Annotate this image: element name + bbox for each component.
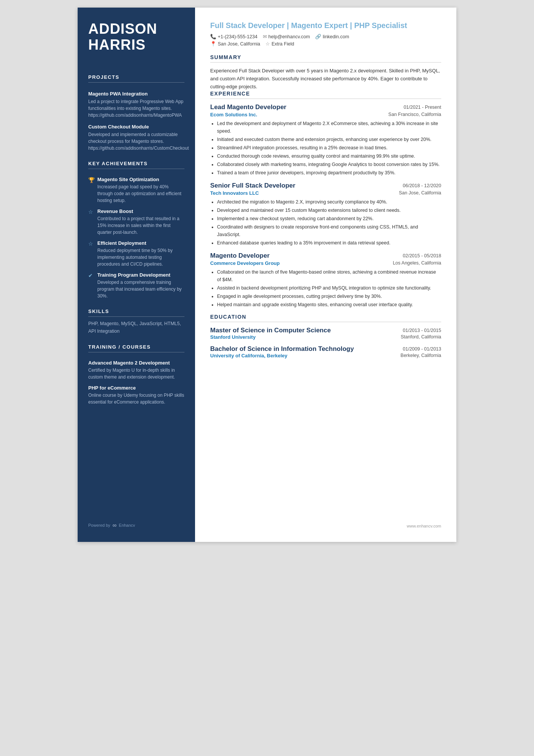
job-2: Senior Full Stack Developer 06/2018 - 12…: [210, 182, 441, 247]
phone-value: +1-(234)-555-1234: [218, 34, 258, 39]
course-2: PHP for eCommerce Online course by Udemy…: [88, 380, 184, 405]
main-footer: www.enhancv.com: [210, 516, 441, 528]
course-2-title: PHP for eCommerce: [88, 385, 184, 391]
job-3-company-row: Commerce Developers Group Los Angeles, C…: [210, 260, 441, 266]
job-1-location: San Francisco, California: [388, 112, 441, 117]
linkedin-value: linkedin.com: [323, 34, 349, 39]
bullet: Implemented a new checkout system, reduc…: [217, 215, 441, 222]
sidebar-footer: Powered by ∞ Enhancv: [88, 513, 184, 528]
star-icon: ☆: [265, 41, 270, 47]
course-1-desc: Certified by Magento U for in-depth skil…: [88, 367, 184, 380]
contact-row: 📞 +1-(234)-555-1234 ✉ help@enhancv.com 🔗…: [210, 34, 441, 39]
title-sep1: |: [287, 21, 291, 30]
phone-icon: 📞: [210, 34, 216, 39]
candidate-name: ADDISON HARRIS: [88, 21, 184, 53]
job-title-heading: Full Stack Developer | Magento Expert | …: [210, 21, 441, 30]
summary-section: SUMMARY Experienced Full Stack Developer…: [210, 54, 441, 91]
projects-section-title: PROJECTS: [88, 74, 184, 83]
bullet: Collaborated on the launch of five Magen…: [217, 268, 441, 283]
brand-name: Enhancv: [119, 523, 135, 527]
bullet: Engaged in agile development processes, …: [217, 293, 441, 300]
edu-1-dates: 01/2013 - 01/2015: [403, 328, 441, 333]
job-1-header: Lead Magento Developer 01/2021 - Present: [210, 103, 441, 111]
achievement-2: ☆ Revenue Boost Contributed to a project…: [88, 208, 184, 236]
edu-2-degree: Bachelor of Science in Information Techn…: [210, 345, 398, 353]
experience-section: EXPERIENCE Lead Magento Developer 01/202…: [210, 91, 441, 314]
checkmark-icon: ✔: [88, 272, 94, 279]
linkedin-item: 🔗 linkedin.com: [315, 34, 349, 39]
skills-section-title: SKILLS: [88, 308, 184, 317]
project-1-desc: Led a project to integrate Progressive W…: [88, 98, 184, 119]
project-2-desc: Developed and implemented a customizable…: [88, 131, 184, 152]
achievements-section-title: KEY ACHIEVEMENTS: [88, 161, 184, 169]
title-part2: Magento Expert: [291, 21, 348, 30]
location-value: San Jose, California: [218, 41, 260, 47]
main-header: Full Stack Developer | Magento Expert | …: [210, 21, 441, 54]
edu-2-school-row: University of California, Berkeley Berke…: [210, 353, 441, 358]
job-1: Lead Magento Developer 01/2021 - Present…: [210, 103, 441, 177]
training-section-title: TRAINING / COURSES: [88, 344, 184, 352]
job-3: Magento Developer 02/2015 - 05/2018 Comm…: [210, 252, 441, 308]
bullet: Architected the migration to Magento 2.X…: [217, 198, 441, 206]
achievement-3: ☆ Efficient Deployment Reduced deploymen…: [88, 240, 184, 268]
extra-value: Extra Field: [272, 41, 294, 47]
website-url: www.enhancv.com: [407, 524, 441, 528]
location-row: 📍 San Jose, California ☆ Extra Field: [210, 41, 441, 47]
course-1-title: Advanced Magento 2 Development: [88, 360, 184, 366]
summary-section-title: SUMMARY: [210, 54, 441, 63]
edu-1-degree: Master of Science in Computer Science: [210, 327, 398, 334]
bullet: Trained a team of three junior developer…: [217, 169, 441, 177]
achievement-4: ✔ Training Program Development Developed…: [88, 272, 184, 299]
achievement-4-desc: Developed a comprehensive training progr…: [97, 279, 184, 299]
title-part1: Full Stack Developer: [210, 21, 285, 30]
education-section: EDUCATION Master of Science in Computer …: [210, 314, 441, 364]
achievement-2-desc: Contributed to a project that resulted i…: [97, 215, 184, 236]
job-2-company: Tech Innovators LLC: [210, 190, 259, 196]
email-item: ✉ help@enhancv.com: [263, 34, 310, 39]
job-2-dates: 06/2018 - 12/2020: [403, 183, 441, 188]
location-icon: 📍: [210, 41, 216, 47]
edu-1-school-row: Stanford University Stanford, California: [210, 334, 441, 340]
achievement-1-desc: Increased page load speed by 40% through…: [97, 183, 184, 204]
main-content: Full Stack Developer | Magento Expert | …: [195, 8, 456, 542]
edu-1: Master of Science in Computer Science 01…: [210, 327, 441, 340]
edu-1-school: Stanford University: [210, 334, 256, 340]
job-3-header: Magento Developer 02/2015 - 05/2018: [210, 252, 441, 260]
edu-2-header: Bachelor of Science in Information Techn…: [210, 345, 441, 353]
bullet: Assisted in backend development prioriti…: [217, 284, 441, 292]
powered-by-label: Powered by: [88, 523, 110, 527]
bullet: Collaborated closely with marketing team…: [217, 161, 441, 168]
job-2-bullets: Architected the migration to Magento 2.X…: [210, 198, 441, 247]
sidebar: ADDISON HARRIS PROJECTS Magento PWA Inte…: [78, 8, 195, 542]
email-icon: ✉: [263, 34, 267, 39]
achievement-3-desc: Reduced deployment time by 50% by implem…: [97, 247, 184, 268]
bullet: Initiated and executed custom theme and …: [217, 136, 441, 143]
project-2-title: Custom Checkout Module: [88, 124, 184, 130]
achievement-4-title: Training Program Development: [97, 272, 184, 278]
job-1-company: Ecom Solutions Inc.: [210, 112, 257, 117]
linkedin-icon: 🔗: [315, 34, 321, 39]
job-3-bullets: Collaborated on the launch of five Magen…: [210, 268, 441, 308]
job-2-location: San Jose, California: [399, 190, 441, 196]
job-1-bullets: Led the development and deployment of Ma…: [210, 120, 441, 177]
edu-2-location: Berkeley, California: [401, 353, 441, 358]
summary-text: Experienced Full Stack Developer with ov…: [210, 67, 441, 91]
achievement-1: 🏆 Magento Site Optimization Increased pa…: [88, 177, 184, 204]
bullet: Coordinated with designers to create res…: [217, 223, 441, 238]
edu-2-school: University of California, Berkeley: [210, 353, 287, 358]
job-3-title: Magento Developer: [210, 252, 270, 260]
job-2-header: Senior Full Stack Developer 06/2018 - 12…: [210, 182, 441, 189]
education-section-title: EDUCATION: [210, 314, 441, 322]
edu-2: Bachelor of Science in Information Techn…: [210, 345, 441, 358]
course-1: Advanced Magento 2 Development Certified…: [88, 355, 184, 380]
star-icon-2: ☆: [88, 209, 94, 215]
bullet: Led the development and deployment of Ma…: [217, 120, 441, 135]
project-2: Custom Checkout Module Developed and imp…: [88, 119, 184, 152]
job-3-location: Los Angeles, California: [393, 260, 441, 266]
edu-1-location: Stanford, California: [401, 334, 441, 340]
job-3-company: Commerce Developers Group: [210, 260, 280, 266]
job-2-company-row: Tech Innovators LLC San Jose, California: [210, 190, 441, 196]
job-1-company-row: Ecom Solutions Inc. San Francisco, Calif…: [210, 112, 441, 117]
job-3-dates: 02/2015 - 05/2018: [403, 253, 441, 258]
extra-item: ☆ Extra Field: [265, 41, 294, 47]
